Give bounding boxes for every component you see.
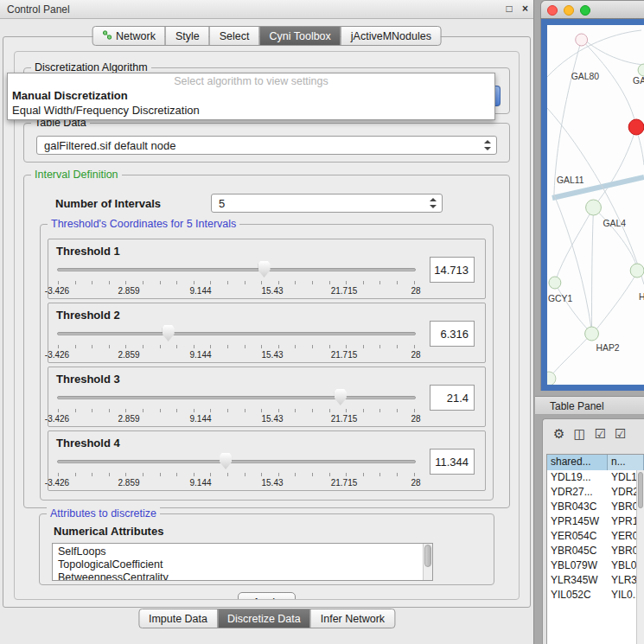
slider-thumb[interactable] — [258, 261, 271, 277]
table-cell[interactable]: YBR043C — [547, 500, 608, 514]
tab-impute-data[interactable]: Impute Data — [138, 609, 218, 628]
table-panel-title: Table Panel — [550, 400, 604, 412]
network-edge[interactable] — [554, 40, 582, 194]
table-row[interactable]: YBR045CYBR0... — [547, 544, 644, 558]
network-canvas[interactable]: GAL80GAGAL11GAL4GCY1HHAP2 — [547, 25, 644, 385]
table-scrollbar-thumb[interactable] — [638, 472, 643, 508]
table-row[interactable]: YLR345WYLR3... — [547, 573, 644, 588]
table-cell[interactable]: YBR045C — [547, 544, 608, 558]
table-row[interactable]: YER054CYER0... — [547, 529, 644, 544]
attribute-item[interactable]: TopologicalCoefficient — [53, 558, 432, 571]
zoom-window-icon[interactable] — [580, 5, 590, 16]
network-edge[interactable] — [550, 335, 590, 377]
threshold-3-value-field[interactable]: 21.4 — [430, 385, 475, 411]
numerical-attributes-list[interactable]: SelfLoopsTopologicalCoefficientBetweenne… — [52, 543, 433, 581]
network-node[interactable] — [576, 34, 588, 46]
threshold-2-value-field[interactable]: 6.316 — [430, 321, 475, 347]
float-panel-icon[interactable]: □ — [506, 3, 512, 15]
threshold-3-slider[interactable]: -3.4262.8599.14415.4321.71528 — [57, 388, 416, 424]
list-scrollbar-thumb[interactable] — [424, 545, 431, 567]
slider-track[interactable] — [57, 460, 416, 463]
network-edge[interactable] — [595, 272, 638, 332]
network-edge[interactable] — [594, 207, 638, 268]
slider-track[interactable] — [57, 396, 416, 399]
slider-thumb[interactable] — [335, 389, 347, 405]
network-edge[interactable] — [582, 40, 636, 127]
select-rows-icon[interactable]: ☑ — [595, 426, 606, 442]
tab-select[interactable]: Select — [209, 26, 260, 46]
dropdown-item-equal-width-frequency[interactable]: Equal Width/Frequency Discretization — [8, 103, 494, 118]
tab-discretize-data[interactable]: Discretize Data — [217, 609, 311, 628]
column-header-name[interactable]: n... — [608, 455, 644, 470]
node-label: HAP2 — [596, 343, 619, 353]
network-edge[interactable] — [556, 207, 594, 280]
close-panel-icon[interactable]: × — [522, 3, 528, 15]
attribute-item[interactable]: BetweennessCentrality — [53, 571, 432, 581]
select-columns-icon[interactable]: ☑ — [615, 426, 626, 442]
table-row[interactable]: YDR27...YDR2... — [547, 485, 644, 500]
close-window-icon[interactable] — [547, 5, 558, 16]
network-edge[interactable] — [556, 284, 590, 332]
network-node[interactable] — [549, 277, 561, 289]
network-node[interactable] — [547, 372, 556, 385]
tab-jactivemnodules[interactable]: jActiveMNodules — [341, 26, 442, 46]
table-cell[interactable]: YBL079W — [547, 558, 608, 573]
num-intervals-select[interactable]: 5 — [211, 194, 443, 213]
minimize-window-icon[interactable] — [564, 5, 574, 16]
table-row[interactable]: YIL052CYIL0... — [547, 588, 644, 603]
table-row[interactable]: YPR145WYPR1... — [547, 514, 644, 529]
tab-cyni-toolbox[interactable]: Cyni Toolbox — [258, 26, 341, 46]
slider-tick-labels: -3.4262.8599.14415.4321.71528 — [57, 414, 416, 424]
table-cell[interactable]: YDR27... — [547, 485, 608, 500]
slider-thumb[interactable] — [220, 453, 232, 469]
tick-label: 28 — [411, 414, 420, 424]
tick-label: 2.859 — [118, 286, 139, 296]
tab-label: Infer Network — [321, 613, 385, 625]
table-cell[interactable]: YDL19... — [547, 470, 608, 485]
network-node[interactable] — [628, 119, 644, 135]
tab-style[interactable]: Style — [165, 26, 210, 46]
network-edge[interactable] — [592, 208, 594, 331]
network-edge[interactable] — [583, 39, 644, 65]
network-node[interactable] — [585, 327, 599, 341]
threshold-1-slider[interactable]: -3.4262.8599.14415.4321.71528 — [57, 260, 416, 296]
list-scrollbar[interactable] — [423, 544, 432, 580]
tab-infer-network[interactable]: Infer Network — [310, 609, 395, 628]
threshold-4-value-field[interactable]: 11.344 — [430, 449, 475, 475]
network-edge[interactable] — [596, 127, 637, 205]
dropdown-item-manual-discretization[interactable]: Manual Discretization — [8, 88, 494, 103]
slider-track[interactable] — [57, 268, 416, 271]
network-node[interactable] — [630, 264, 644, 277]
combo-value: 5 — [219, 197, 225, 210]
table-data-select[interactable]: galFiltered.sif default node — [36, 136, 497, 155]
threshold-1-panel: Threshold 1 -3.4262.8599.14415.4321.7152… — [48, 239, 486, 299]
slider-thumb[interactable] — [163, 325, 175, 341]
table-scrollbar[interactable] — [636, 470, 644, 644]
network-node[interactable] — [638, 64, 644, 76]
tab-label: Cyni Toolbox — [269, 30, 330, 42]
slider-track[interactable] — [57, 332, 416, 335]
table-cell[interactable]: YPR145W — [547, 514, 608, 529]
table-cell[interactable]: YLR345W — [547, 573, 608, 588]
network-graph[interactable]: GAL80GAGAL11GAL4GCY1HHAP2 — [547, 25, 644, 385]
table-cell[interactable]: YER054C — [547, 529, 608, 544]
table-row[interactable]: YDL19...YDL1... — [547, 470, 644, 485]
tick-label: -3.426 — [45, 478, 69, 488]
network-node[interactable] — [586, 200, 602, 215]
threshold-2-slider[interactable]: -3.4262.8599.14415.4321.71528 — [57, 324, 416, 360]
threshold-1-value-field[interactable]: 14.713 — [430, 257, 475, 283]
group-title: Discretization Algorithm — [31, 61, 151, 73]
tab-network[interactable]: Network — [92, 26, 166, 46]
settings-icon[interactable]: ⚙ — [553, 426, 564, 442]
columns-icon[interactable]: ◫ — [573, 426, 585, 442]
table-row[interactable]: YBR043CYBR0... — [547, 500, 644, 514]
attribute-item[interactable]: SelfLoops — [53, 545, 432, 558]
slider-tick-labels: -3.4262.8599.14415.4321.71528 — [57, 286, 416, 296]
network-window-titlebar[interactable] — [540, 0, 644, 19]
column-header-shared-name[interactable]: shared... — [547, 455, 608, 470]
apply-button[interactable]: Apply — [238, 592, 296, 600]
threshold-4-slider[interactable]: -3.4262.8599.14415.4321.71528 — [57, 452, 416, 488]
tick-label: 2.859 — [118, 414, 139, 424]
table-row[interactable]: YBL079WYBL0... — [547, 558, 644, 573]
table-cell[interactable]: YIL052C — [547, 588, 608, 603]
